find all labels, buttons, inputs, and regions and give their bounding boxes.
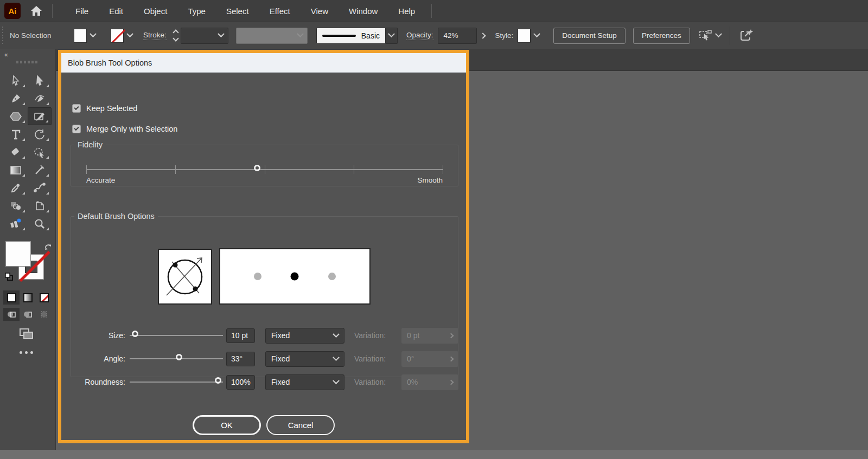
- zoom-tool[interactable]: [28, 215, 52, 232]
- style-swatch[interactable]: [518, 29, 531, 43]
- collapse-panel-button[interactable]: «: [4, 51, 8, 59]
- shaper-tool[interactable]: [28, 143, 52, 161]
- eraser-tool[interactable]: [4, 143, 28, 161]
- angle-slider-thumb[interactable]: [176, 354, 182, 360]
- fidelity-slider[interactable]: [86, 165, 443, 174]
- roundness-mode-dropdown[interactable]: Fixed: [265, 374, 344, 390]
- symbol-sprayer-tool[interactable]: [4, 197, 28, 215]
- slider-tick: [443, 165, 443, 174]
- brush-size-dot: [291, 273, 299, 281]
- keep-selected-checkbox[interactable]: [72, 104, 81, 113]
- shape-tool[interactable]: [4, 107, 28, 125]
- size-mode-dropdown[interactable]: Fixed: [265, 328, 344, 344]
- none-slash-icon: [112, 29, 126, 43]
- brush-definition-dropdown[interactable]: Basic: [316, 28, 386, 44]
- home-icon[interactable]: [28, 3, 44, 19]
- draw-behind-button[interactable]: [20, 308, 36, 321]
- fidelity-group: Fidelity Accurate Smooth: [71, 140, 458, 186]
- type-tool[interactable]: [4, 125, 28, 143]
- keep-selected-checkbox-row[interactable]: Keep Selected: [72, 104, 137, 113]
- roundness-input[interactable]: [226, 375, 255, 390]
- artboard-tool[interactable]: [28, 197, 52, 215]
- size-slider-thumb[interactable]: [132, 331, 138, 337]
- none-button[interactable]: [36, 290, 52, 305]
- angle-input[interactable]: [226, 352, 255, 366]
- brush-definition-chevron[interactable]: [386, 28, 398, 44]
- select-similar-control[interactable]: [699, 29, 721, 42]
- size-input[interactable]: [226, 328, 255, 343]
- screen-mode-button[interactable]: [18, 327, 35, 344]
- fill-indicator[interactable]: [5, 241, 31, 267]
- direct-selection-tool[interactable]: [28, 72, 52, 89]
- panel-grip[interactable]: [2, 27, 3, 45]
- roundness-slider[interactable]: [130, 378, 223, 386]
- fill-color-swatch[interactable]: [74, 29, 87, 43]
- brush-angle-preview[interactable]: [158, 249, 212, 305]
- menu-bar: Ai File Edit Object Type Select Effect V…: [0, 0, 868, 22]
- menu-object[interactable]: Object: [144, 7, 167, 16]
- angle-slider[interactable]: [130, 354, 223, 363]
- tools-panel: «: [0, 49, 56, 450]
- stroke-color-swatch[interactable]: [111, 29, 124, 43]
- opacity-label[interactable]: Opacity:: [406, 31, 433, 40]
- angle-mode-dropdown[interactable]: Fixed: [265, 351, 344, 367]
- gradient-button[interactable]: [20, 290, 36, 305]
- merge-only-checkbox[interactable]: [72, 125, 81, 133]
- blend-tool[interactable]: [28, 179, 52, 197]
- menu-window[interactable]: Window: [349, 7, 378, 16]
- paintbrush-tool[interactable]: [28, 107, 52, 125]
- selection-tool[interactable]: [4, 72, 28, 89]
- opacity-expand-button[interactable]: [477, 28, 489, 44]
- stroke-weight-dropdown[interactable]: [181, 28, 228, 44]
- select-similar-chevron[interactable]: [715, 30, 722, 37]
- stroke-weight-stepper[interactable]: [171, 28, 181, 44]
- ok-button[interactable]: OK: [193, 415, 261, 435]
- share-icon: [739, 28, 754, 43]
- merge-only-checkbox-row[interactable]: Merge Only with Selection: [72, 125, 177, 133]
- size-slider[interactable]: [130, 331, 223, 340]
- document-setup-button[interactable]: Document Setup: [553, 28, 626, 44]
- opacity-input[interactable]: 42%: [438, 28, 477, 44]
- select-similar-icon: [699, 29, 713, 42]
- panel-drag-grip[interactable]: [16, 61, 37, 63]
- menu-effect[interactable]: Effect: [270, 7, 290, 16]
- variation-dot-right: [328, 273, 336, 280]
- dialog-body: Keep Selected Merge Only with Selection …: [61, 73, 466, 439]
- curvature-tool[interactable]: [28, 89, 52, 107]
- menu-view[interactable]: View: [311, 7, 328, 16]
- style-dropdown-button[interactable]: [531, 29, 542, 43]
- rotate-tool[interactable]: [28, 125, 52, 143]
- draw-normal-button[interactable]: [3, 308, 20, 321]
- control-bar: No Selection Stroke: Basic Opacity: 42% …: [0, 22, 868, 49]
- menu-select[interactable]: Select: [226, 7, 249, 16]
- illustrator-logo-icon[interactable]: Ai: [4, 3, 21, 19]
- menu-help[interactable]: Help: [398, 7, 415, 16]
- angle-variation-field: 0°: [401, 351, 458, 367]
- gradient-tool[interactable]: [4, 161, 28, 179]
- stroke-color-dropdown-button[interactable]: [124, 29, 136, 43]
- eyedropper-tool[interactable]: [4, 179, 28, 197]
- roundness-slider-thumb[interactable]: [215, 377, 221, 384]
- default-fill-stroke-icon[interactable]: [4, 272, 14, 284]
- menu-type[interactable]: Type: [188, 7, 206, 16]
- graph-tool[interactable]: [4, 215, 28, 232]
- draw-inside-button[interactable]: [36, 308, 52, 321]
- menubar-divider: [431, 4, 432, 18]
- cancel-button[interactable]: Cancel: [266, 415, 335, 435]
- color-type-buttons: [3, 290, 52, 305]
- preferences-button[interactable]: Preferences: [633, 28, 690, 44]
- size-variation-field: 0 pt: [401, 328, 458, 344]
- menu-edit[interactable]: Edit: [109, 7, 123, 16]
- shear-tool[interactable]: [28, 161, 52, 179]
- style-label: Style:: [495, 31, 514, 40]
- roundness-row: Roundness: Fixed Variation: 0%: [71, 374, 459, 390]
- slider-tick: [86, 165, 87, 174]
- menu-file[interactable]: File: [75, 7, 88, 16]
- stroke-weight-label[interactable]: Stroke:: [143, 31, 167, 40]
- color-button[interactable]: [3, 290, 20, 305]
- fill-color-dropdown-button[interactable]: [87, 29, 99, 43]
- share-document-button[interactable]: [739, 28, 754, 43]
- pen-tool[interactable]: [4, 89, 28, 107]
- fidelity-slider-thumb[interactable]: [254, 165, 260, 171]
- edit-toolbar-button[interactable]: [20, 351, 33, 354]
